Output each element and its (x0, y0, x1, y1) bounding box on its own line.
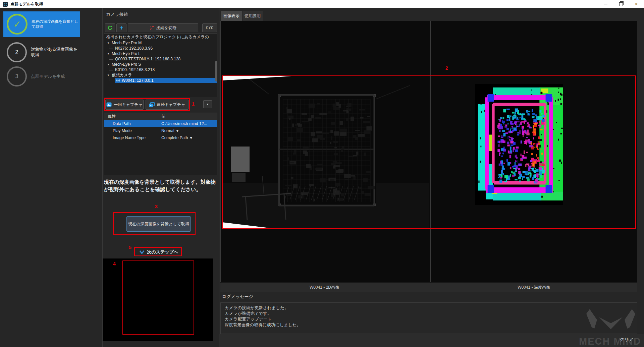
log-message: 深度背景画像の取得に成功にしました。 (225, 322, 637, 328)
eye-logo: EYE (206, 26, 213, 30)
close-icon: × (635, 2, 638, 6)
camera-tree-header: 検出されたカメラと現在のプロジェクトにあるカメラの (104, 34, 217, 40)
camera-2d-image (222, 75, 429, 228)
chevron-down-icon: ▼ (107, 42, 110, 45)
camera-property-table: 属性 値 Data Path C:/Users/mech-mind-12... … (104, 113, 217, 175)
camera-item-k0100[interactable]: K0100: 192.168.3.218 (104, 67, 217, 72)
log-section-title: ログメッセージ (222, 294, 253, 300)
step-1-label: 現在の深度画像を背景として取得 (32, 19, 80, 29)
wizard-step-sidebar: ✓ 現在の深度画像を背景として取得 2 対象物がある深度画像を取得 3 点群モデ… (0, 8, 103, 347)
depth-preview-thumbnail (103, 258, 213, 341)
property-row-image-name-type[interactable]: Image Name Type Complete Path ▼ (104, 134, 217, 141)
tree-vertical-scrollbar[interactable] (215, 61, 217, 81)
viewer-pane-divider[interactable] (430, 21, 431, 282)
step-3-number: 3 (7, 66, 27, 86)
tree-tick (107, 127, 111, 131)
caption-2d-image: W0041 - 2D画像 (220, 285, 428, 290)
camera-group-virtual[interactable]: ▼ 仮想カメラ (104, 72, 217, 78)
main-display-area: 画像表示 使用説明 2 W0041 - 2D画像 W0041 - 深度画像 ログ… (219, 8, 644, 347)
minimize-button[interactable] (598, 0, 613, 8)
camera-group-mech-eye-pro-s[interactable]: ▼ Mech-Eye Pro S (104, 62, 217, 67)
tree-tick (107, 134, 111, 138)
annotation-label-2: 2 (445, 65, 448, 71)
value-header: 値 (159, 113, 217, 120)
window-controls: × (598, 0, 644, 8)
step-1-check-icon: ✓ (7, 14, 28, 35)
camera-panel-title: カメラ接続 (106, 11, 128, 17)
restore-button[interactable] (613, 0, 629, 8)
minimize-icon (604, 4, 607, 4)
step-2-acquire-object[interactable]: 2 対象物がある深度画像を取得 (3, 40, 80, 65)
camera-group-mech-eye-pro-m[interactable]: ▼ Mech-Eye Pro M (104, 40, 217, 46)
camera-item-n0276[interactable]: N0276: 192.168.3.96 (104, 46, 217, 51)
camera-connection-panel: カメラ接続 + 接続を切断 EYE 検出されたカメラと現在のプロジェクトにあるカ… (103, 8, 219, 347)
step-1-acquire-background[interactable]: ✓ 現在の深度画像を背景として取得 (3, 11, 80, 37)
title-bar: 点群モデルを取得 × (0, 0, 644, 8)
instruction-text: 現在の深度画像を背景として取得します。対象物が視野外にあることを確認してください… (104, 178, 217, 193)
step-2-label: 対象物がある深度画像を取得 (31, 47, 80, 58)
camera-depth-image (475, 84, 563, 205)
log-message-box: カメラの接続が更新されました。 カメラが準備完了です。 カメラ配置アップデート … (220, 302, 637, 334)
image-captions: W0041 - 2D画像 W0041 - 深度画像 (220, 282, 637, 292)
acquire-background-button[interactable]: 現在の深度画像を背景として取得 (126, 216, 191, 232)
tree-branch (109, 45, 113, 49)
tree-tick (107, 120, 111, 124)
camera-tree: 検出されたカメラと現在のプロジェクトにあるカメラの ▼ Mech-Eye Pro… (104, 34, 217, 97)
property-row-play-mode[interactable]: Play Mode Normal ▼ (104, 127, 217, 134)
restore-icon (619, 2, 623, 6)
disconnect-label: 接続を切断 (156, 25, 176, 31)
tree-branch (109, 66, 113, 70)
capture-once-button[interactable]: 一回キャプチャ (105, 100, 144, 110)
window-title: 点群モデルを取得 (10, 1, 43, 7)
step-3-generate-model[interactable]: 3 点群モデルを生成 (3, 64, 80, 89)
plus-icon: + (119, 24, 123, 32)
camera-group-mech-eye-pro-l[interactable]: ▼ Mech-Eye Pro L (104, 51, 217, 56)
log-footer: クリア (219, 334, 644, 347)
data-path-value[interactable]: C:/Users/mech-mind-12... (159, 120, 217, 127)
tab-image-display[interactable]: 画像表示 (221, 11, 242, 21)
play-mode-value[interactable]: Normal ▼ (159, 127, 217, 134)
tree-branch (109, 77, 113, 81)
log-message: カメラの接続が更新されました。 (225, 305, 637, 311)
camera-icon (116, 78, 120, 82)
mech-eye-viewer-button[interactable]: EYE (202, 23, 217, 32)
chevron-down-icon (139, 250, 145, 254)
log-message: カメラが準備完了です。 (225, 311, 637, 316)
chevron-down-icon: ▼ (107, 74, 110, 77)
camera-item-w0041-selected[interactable]: W0041: 127.0.0.1 (104, 78, 217, 83)
property-table-header: 属性 値 (104, 113, 217, 120)
capture-continuous-button[interactable]: 連続キャプチャ (146, 100, 189, 110)
capture-continuous-label: 連続キャプチャ (157, 102, 185, 108)
close-button[interactable]: × (629, 0, 644, 8)
log-message: カメラ配置アップデート (225, 316, 637, 322)
add-camera-button[interactable]: + (116, 23, 126, 32)
disconnect-button[interactable]: 接続を切断 (128, 23, 198, 32)
attr-header: 属性 (104, 113, 159, 120)
selected-camera-row: W0041: 127.0.0.1 (115, 78, 217, 83)
disconnect-icon (150, 25, 154, 30)
chevron-down-icon: ▼ (107, 63, 110, 66)
app-icon (3, 2, 8, 7)
tab-usage-instructions[interactable]: 使用説明 (243, 11, 263, 21)
capture-once-label: 一回キャプチャ (114, 102, 142, 108)
image-viewer: 2 (220, 21, 637, 282)
step-3-label: 点群モデルを生成 (31, 74, 65, 79)
annotation-label-1: 1 (192, 101, 195, 107)
next-step-button[interactable]: 次のステップへ (136, 248, 181, 256)
single-image-icon (106, 102, 112, 107)
refresh-cameras-button[interactable] (105, 23, 115, 32)
clear-log-button[interactable]: クリア (620, 337, 633, 343)
step-2-number: 2 (7, 42, 27, 62)
continuous-image-icon (149, 102, 155, 107)
image-name-type-value[interactable]: Complete Path ▼ (159, 134, 217, 141)
chevron-down-icon: ▼ (206, 103, 209, 106)
caption-depth-image: W0041 - 深度画像 (430, 285, 637, 290)
tree-branch (109, 55, 113, 60)
annotation-label-3: 3 (155, 204, 158, 209)
refresh-icon (107, 25, 113, 31)
camera-item-q0093[interactable]: Q0093-TESTONLY-1: 192.168.3.128 (104, 56, 217, 62)
capture-options-dropdown[interactable]: ▼ (203, 100, 212, 108)
property-row-data-path[interactable]: Data Path C:/Users/mech-mind-12... (104, 120, 217, 127)
annotation-label-5: 5 (129, 245, 131, 250)
chevron-down-icon: ▼ (107, 52, 110, 55)
